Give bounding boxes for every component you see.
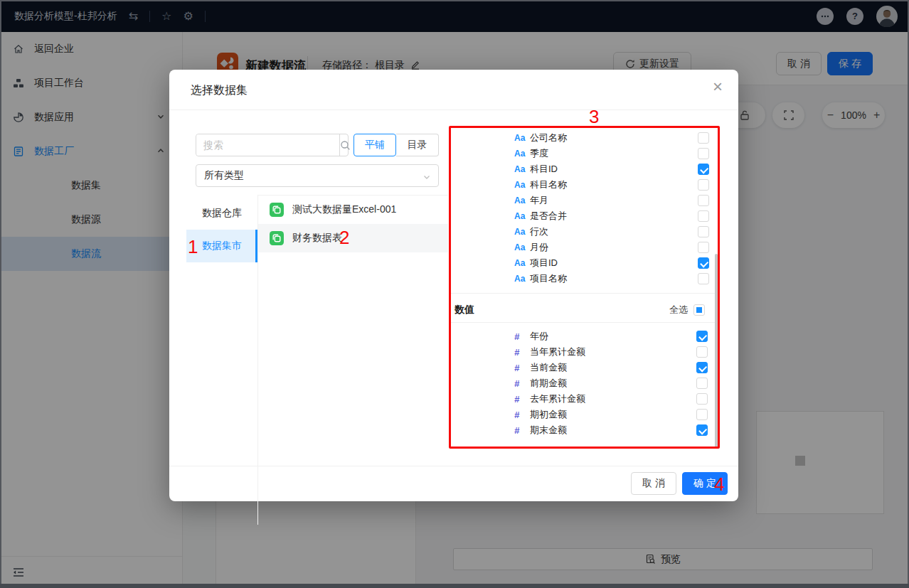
select-dataset-modal: 选择数据集 × 平铺目录 所有类型 数据仓库数据集市 测试大数据量Excel-0… bbox=[169, 70, 738, 501]
modal-footer: 取 消 确 定 bbox=[169, 466, 738, 501]
view-toggle-1[interactable]: 目录 bbox=[396, 134, 439, 156]
field-label: 是否合并 bbox=[530, 210, 698, 223]
field-checkbox[interactable] bbox=[698, 273, 709, 284]
chevron-down-icon bbox=[422, 172, 431, 183]
text-type-icon: Aa bbox=[514, 149, 530, 159]
dimension-field-row: Aa公司名称 bbox=[450, 130, 721, 146]
field-label: 月份 bbox=[530, 241, 698, 254]
field-label: 当年累计金额 bbox=[530, 346, 696, 358]
field-checkbox[interactable] bbox=[696, 424, 708, 436]
text-type-icon: Aa bbox=[514, 274, 530, 284]
measure-section-header: 数值 全选 bbox=[450, 298, 719, 322]
measure-field-row: #当年累计金额 bbox=[450, 344, 719, 360]
measure-type-icon: # bbox=[514, 363, 530, 373]
field-label: 科目ID bbox=[530, 163, 698, 176]
dataset-icon bbox=[270, 203, 284, 217]
dimension-field-row: Aa项目名称 bbox=[450, 271, 721, 287]
modal-header: 选择数据集 × bbox=[169, 70, 738, 110]
dimension-field-row: Aa行次 bbox=[450, 224, 721, 240]
field-label: 期初金额 bbox=[530, 408, 696, 421]
field-checkbox[interactable] bbox=[698, 210, 709, 222]
field-checkbox[interactable] bbox=[696, 393, 708, 405]
fields-divider bbox=[450, 293, 719, 294]
measure-section-title: 数值 bbox=[455, 304, 474, 316]
dimension-field-row: Aa科目名称 bbox=[450, 177, 721, 193]
dimension-field-row: Aa季度 bbox=[450, 146, 721, 161]
field-label: 年月 bbox=[530, 194, 698, 207]
field-checkbox[interactable] bbox=[698, 179, 709, 191]
search-input[interactable] bbox=[196, 134, 339, 156]
dimension-field-row: Aa是否合并 bbox=[450, 208, 721, 224]
dataset-search bbox=[196, 134, 349, 156]
measure-field-row: #期末金额 bbox=[450, 422, 719, 438]
field-label: 前期金额 bbox=[530, 377, 696, 390]
text-type-icon: Aa bbox=[514, 227, 530, 237]
catalog-tabs: 数据仓库数据集市 bbox=[186, 197, 257, 262]
dataset-icon bbox=[270, 231, 284, 245]
measure-type-icon: # bbox=[514, 331, 530, 342]
measure-field-row: #年份 bbox=[450, 328, 719, 344]
field-label: 项目ID bbox=[530, 257, 698, 269]
field-checkbox[interactable] bbox=[696, 331, 708, 342]
text-type-icon: Aa bbox=[514, 211, 530, 221]
modal-ok-button[interactable]: 确 定 bbox=[682, 472, 728, 495]
select-all-label: 全选 bbox=[669, 304, 688, 316]
field-checkbox[interactable] bbox=[696, 409, 708, 420]
view-toggle-0[interactable]: 平铺 bbox=[354, 134, 396, 156]
field-label: 项目名称 bbox=[530, 272, 698, 285]
type-filter-select[interactable]: 所有类型 bbox=[196, 164, 439, 187]
modal-cancel-button[interactable]: 取 消 bbox=[631, 472, 676, 495]
fields-scrollbar[interactable] bbox=[715, 254, 718, 449]
field-label: 当前金额 bbox=[530, 361, 696, 374]
field-checkbox[interactable] bbox=[698, 132, 709, 144]
field-label: 公司名称 bbox=[530, 132, 698, 144]
dimension-field-row: Aa科目ID bbox=[450, 161, 721, 177]
field-checkbox[interactable] bbox=[698, 242, 709, 253]
dataset-row-1[interactable]: 财务数据表 bbox=[258, 224, 448, 252]
measure-type-icon: # bbox=[514, 410, 530, 420]
field-checkbox[interactable] bbox=[696, 378, 708, 389]
field-checkbox[interactable] bbox=[696, 362, 708, 373]
close-icon[interactable]: × bbox=[713, 78, 723, 95]
fields-panel: Aa公司名称Aa季度Aa科目IDAa科目名称Aa年月Aa是否合并Aa行次Aa月份… bbox=[450, 126, 721, 449]
dimension-field-row: Aa项目ID bbox=[450, 255, 721, 271]
view-toggle: 平铺目录 bbox=[354, 134, 439, 156]
dimension-field-row: Aa年月 bbox=[450, 193, 721, 208]
measure-type-icon: # bbox=[514, 378, 530, 389]
text-type-icon: Aa bbox=[514, 133, 530, 143]
field-checkbox[interactable] bbox=[698, 226, 709, 237]
measure-type-icon: # bbox=[514, 425, 530, 436]
field-checkbox[interactable] bbox=[696, 346, 708, 358]
field-checkbox[interactable] bbox=[698, 164, 709, 175]
measure-type-icon: # bbox=[514, 394, 530, 405]
dataset-name: 财务数据表 bbox=[292, 232, 342, 245]
field-checkbox[interactable] bbox=[698, 148, 709, 159]
dataset-name: 测试大数据量Excel-001 bbox=[292, 203, 396, 216]
text-type-icon: Aa bbox=[514, 242, 530, 252]
text-type-icon: Aa bbox=[514, 164, 530, 174]
field-label: 去年累计金额 bbox=[530, 392, 696, 405]
measure-field-row: #期初金额 bbox=[450, 407, 719, 422]
measure-field-row: #前期金额 bbox=[450, 375, 719, 391]
field-label: 季度 bbox=[530, 147, 698, 160]
field-checkbox[interactable] bbox=[698, 195, 709, 206]
dimension-field-row: Aa月份 bbox=[450, 240, 721, 255]
fields-divider bbox=[450, 322, 719, 323]
catalog-tab-0[interactable]: 数据仓库 bbox=[186, 197, 257, 230]
modal-title: 选择数据集 bbox=[191, 83, 248, 98]
field-label: 年份 bbox=[530, 330, 696, 343]
measure-field-row: #当前金额 bbox=[450, 360, 719, 375]
catalog-tab-1[interactable]: 数据集市 bbox=[186, 230, 257, 262]
field-label: 行次 bbox=[530, 225, 698, 238]
field-label: 科目名称 bbox=[530, 178, 698, 191]
field-checkbox[interactable] bbox=[698, 257, 709, 269]
dataset-row-0[interactable]: 测试大数据量Excel-001 bbox=[258, 196, 448, 224]
text-type-icon: Aa bbox=[514, 180, 530, 190]
measure-type-icon: # bbox=[514, 347, 530, 358]
text-type-icon: Aa bbox=[514, 196, 530, 205]
field-label: 期末金额 bbox=[530, 424, 696, 437]
text-type-icon: Aa bbox=[514, 258, 530, 268]
select-all-checkbox[interactable] bbox=[693, 304, 705, 316]
search-icon[interactable] bbox=[339, 134, 351, 156]
measure-field-row: #去年累计金额 bbox=[450, 391, 719, 407]
